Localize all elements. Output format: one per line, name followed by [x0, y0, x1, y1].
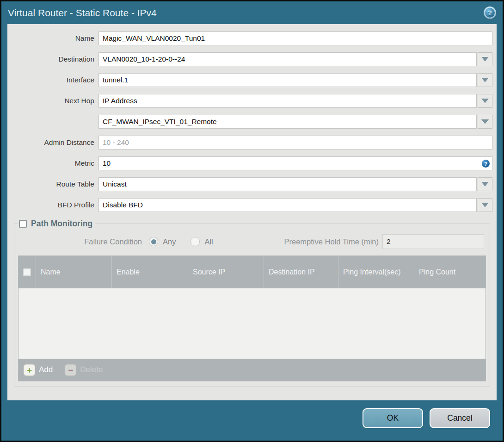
preemptive-hold-time-input[interactable]: [382, 234, 484, 249]
radio-selected-icon: [149, 237, 158, 246]
table-header-row: Name Enable Source IP Destination IP Pin…: [18, 256, 486, 288]
next-hop-type-input[interactable]: [98, 94, 477, 108]
column-header-source-ip[interactable]: Source IP: [188, 256, 264, 288]
route-table-row: Route Table: [7, 177, 497, 191]
failure-condition-row: Failure Condition Any All Preemptive Hol…: [18, 229, 486, 255]
dialog-content: Name Destination Interface: [7, 24, 497, 400]
column-header-destination-ip[interactable]: Destination IP: [264, 256, 338, 288]
bfd-profile-dropdown-button[interactable]: [478, 198, 492, 212]
radio-any-label: Any: [163, 237, 176, 246]
table-body-empty: [18, 288, 486, 359]
failure-condition-any-radio[interactable]: Any: [149, 237, 176, 246]
bfd-profile-label: BFD Profile: [7, 201, 98, 209]
next-hop-address-dropdown-button[interactable]: [478, 115, 492, 129]
delete-button[interactable]: − Delete: [65, 364, 103, 376]
metric-input[interactable]: [98, 156, 492, 170]
dialog-window: Virtual Router - Static Route - IPv4 ? N…: [0, 0, 504, 442]
bfd-profile-row: BFD Profile: [7, 198, 497, 212]
add-button-label: Add: [39, 365, 53, 374]
column-header-ping-count[interactable]: Ping Count: [414, 256, 486, 288]
next-hop-row: Next Hop: [7, 94, 497, 108]
chevron-down-icon: [481, 78, 489, 82]
next-hop-address-input[interactable]: [98, 115, 477, 129]
delete-icon: −: [65, 364, 76, 376]
failure-condition-all-radio[interactable]: All: [191, 237, 213, 246]
delete-button-label: Delete: [80, 365, 103, 374]
next-hop-label: Next Hop: [7, 97, 98, 105]
route-table-input[interactable]: [98, 177, 477, 191]
dialog-title: Virtual Router - Static Route - IPv4: [8, 7, 157, 19]
name-row: Name: [7, 31, 497, 45]
radio-all-label: All: [204, 237, 213, 246]
column-header-ping-interval[interactable]: Ping Interval(sec): [338, 256, 414, 288]
chevron-down-icon: [481, 57, 489, 62]
admin-distance-input[interactable]: [98, 136, 492, 149]
next-hop-address-row: [7, 115, 497, 129]
metric-help-icon[interactable]: ?: [482, 160, 490, 168]
chevron-down-icon: [481, 99, 489, 103]
admin-distance-row: Admin Distance: [7, 136, 497, 149]
name-input[interactable]: [98, 31, 492, 45]
destination-label: Destination: [7, 55, 98, 63]
bfd-profile-input[interactable]: [98, 198, 477, 212]
metric-label: Metric: [7, 159, 98, 168]
failure-condition-label: Failure Condition: [18, 237, 142, 246]
path-monitoring-section: Path Monitoring Failure Condition Any Al…: [14, 219, 490, 386]
dialog-footer: OK Cancel: [1, 400, 503, 441]
name-label: Name: [7, 34, 98, 43]
route-table-dropdown-button[interactable]: [478, 177, 492, 191]
column-header-enable[interactable]: Enable: [111, 256, 188, 288]
chevron-down-icon: [481, 119, 489, 124]
add-button[interactable]: + Add: [24, 364, 53, 376]
route-table-label: Route Table: [7, 180, 98, 188]
destination-row: Destination: [7, 52, 497, 66]
path-monitoring-legend: Path Monitoring: [18, 219, 95, 229]
interface-label: Interface: [7, 76, 98, 84]
chevron-down-icon: [481, 203, 489, 207]
table-header-select-all: [18, 256, 36, 288]
destination-input[interactable]: [98, 52, 477, 66]
add-icon: +: [24, 364, 35, 376]
path-monitoring-table: Name Enable Source IP Destination IP Pin…: [18, 255, 486, 381]
chevron-down-icon: [481, 182, 489, 187]
path-monitoring-title: Path Monitoring: [31, 219, 92, 229]
help-icon[interactable]: ?: [484, 6, 496, 19]
table-toolbar: + Add − Delete: [18, 359, 486, 381]
next-hop-dropdown-button[interactable]: [478, 94, 492, 108]
ok-button[interactable]: OK: [363, 408, 423, 428]
path-monitoring-checkbox[interactable]: [19, 220, 27, 228]
metric-row: Metric ?: [7, 156, 497, 170]
admin-distance-label: Admin Distance: [7, 138, 98, 147]
column-header-name[interactable]: Name: [36, 256, 111, 288]
interface-dropdown-button[interactable]: [478, 73, 492, 87]
destination-dropdown-button[interactable]: [478, 52, 492, 66]
cancel-button[interactable]: Cancel: [430, 408, 490, 428]
dialog-titlebar: Virtual Router - Static Route - IPv4 ?: [1, 1, 503, 24]
radio-unselected-icon: [191, 237, 200, 246]
select-all-checkbox[interactable]: [23, 268, 31, 276]
interface-row: Interface: [7, 73, 497, 87]
interface-input[interactable]: [98, 73, 477, 87]
preemptive-hold-time-label: Preemptive Hold Time (min): [284, 237, 379, 246]
